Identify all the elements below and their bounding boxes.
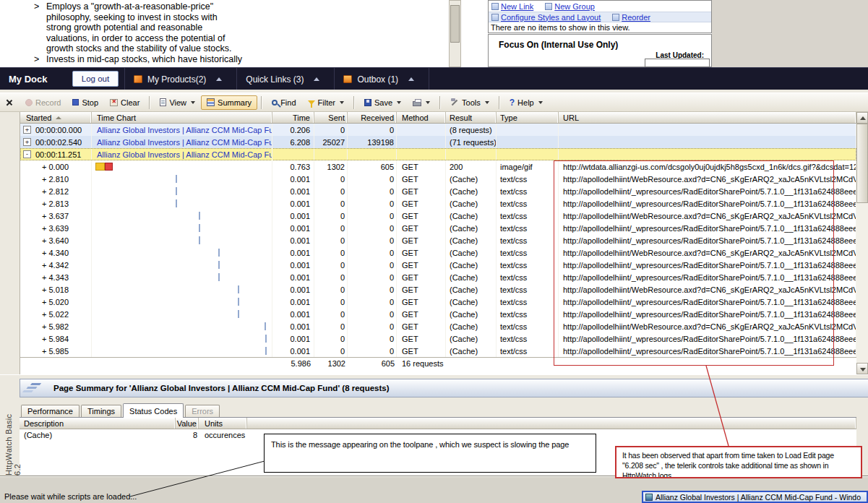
cell-started: + 5.984 [20,332,92,345]
timing-tick [238,310,239,318]
stop-button[interactable]: Stop [66,95,104,110]
column-header-units[interactable]: Units [199,418,247,429]
configure-icon [491,14,499,21]
close-icon[interactable] [4,98,14,108]
request-row[interactable]: + 2.8120.00100GET(Cache)text/csshttp://a… [20,185,856,197]
httpwatch-pane: RecordStopClearViewSummaryFindFilterSave… [0,90,868,476]
cell-url: http://apollodelhiint/WebResource.axd?d=… [559,173,856,185]
cell-time [272,148,314,160]
logout-button[interactable]: Log out [72,71,119,87]
column-header-sent[interactable]: Sent [314,112,348,123]
view-button[interactable]: View [154,95,201,110]
timing-tick [199,236,200,244]
page-row[interactable]: +00:00:00.000Allianz Global Investors | … [20,124,856,136]
column-header-time[interactable]: Time [272,112,314,123]
cell-sent: 0 [314,197,348,210]
filter-button[interactable]: Filter [302,95,350,110]
cell-method [397,136,446,148]
cell-result: (Cache) [446,308,497,320]
expand-icon[interactable]: + [23,138,31,146]
request-row[interactable]: + 0.0000.7631302605GET200image/gifhttp:/… [20,160,856,173]
request-row[interactable]: + 5.0200.00100GET(Cache)text/csshttp://a… [20,296,856,308]
cell-sent: 0 [314,332,348,345]
tab-timings[interactable]: Timings [81,405,121,417]
cell-received: 0 [348,222,397,234]
cell-sent: 0 [314,271,348,283]
cell-result: (Cache) [446,246,497,259]
dock-tab-quick-links-3[interactable]: Quick Links (3) [237,68,334,90]
request-row[interactable]: + 5.9850.00100GET(Cache)text/csshttp://a… [20,345,856,357]
column-header-type[interactable]: Type [497,112,559,123]
request-row[interactable]: + 5.9840.00100GET(Cache)text/csshttp://a… [20,332,856,345]
request-row[interactable]: + 3.6390.00100GET(Cache)text/csshttp://a… [20,222,856,234]
dropdown-arrow-icon [426,101,430,104]
timing-tick [218,249,220,257]
cell-started [20,358,92,369]
cell-received: 0 [348,296,397,308]
request-row[interactable]: + 4.3420.00100GET(Cache)text/csshttp://a… [20,259,856,271]
request-row[interactable]: + 5.0180.00100GET(Cache)text/csshttp://a… [20,283,856,296]
tools-button[interactable]: Tools [444,95,495,110]
webpart-link-configure-styles-and-layout[interactable]: Configure Styles and Layout [491,13,601,22]
tab-performance[interactable]: Performance [21,405,80,417]
find-button[interactable]: Find [266,95,301,110]
column-header-method[interactable]: Method [397,112,446,123]
cell-url [559,124,856,136]
summary-button[interactable]: Summary [201,95,257,110]
taskbar-window-fragment[interactable]: Allianz Global Investors | Allianz CCM M… [642,491,868,503]
print-button[interactable] [407,96,436,109]
page-row[interactable]: +00:00:02.540Allianz Global Investors | … [20,136,856,148]
bullet-item: >Invests in mid-cap stocks, which have h… [34,54,439,65]
column-header-started[interactable]: Started [20,112,92,123]
menu-up-arrow-icon [314,77,319,81]
cell-url: http://apollodelhiint/WebResource.axd?d=… [559,210,856,222]
request-row[interactable]: + 4.3400.00100GET(Cache)text/csshttp://a… [20,246,856,259]
expand-icon[interactable]: + [23,126,31,134]
request-row[interactable]: + 5.0220.00100GET(Cache)text/csshttp://a… [20,308,856,320]
webpart-link-reorder[interactable]: Reorder [612,13,650,22]
column-header-received[interactable]: Received [348,112,397,123]
cell-time-chart [92,210,272,222]
timing-tick [176,199,177,207]
clear-button[interactable]: Clear [104,95,145,110]
browser-top-strip: >Employs a "growth-at-a-reasonable-price… [0,0,868,67]
last-updated-field[interactable] [645,59,710,67]
scrollbar-thumb[interactable] [450,5,460,43]
request-row[interactable]: + 5.9820.00100GET(Cache)text/csshttp://a… [20,320,856,332]
request-row[interactable]: + 3.6370.00100GET(Cache)text/csshttp://a… [20,210,856,222]
grid-scrollbar[interactable] [856,112,868,374]
column-header-value[interactable]: Value [176,418,199,429]
cell-sent: 0 [314,345,348,357]
save-button[interactable]: Save [358,95,407,110]
scroll-up-icon[interactable] [856,112,868,124]
cell-result: (Cache) [446,222,497,234]
dock-tab-outbox-1[interactable]: Outbox (1) [335,68,429,90]
dock-tabs: My Products(2)Quick Links (3)Outbox (1) [124,68,429,90]
cell-method [397,148,446,160]
cell-started: + 3.640 [20,234,92,246]
totals-sent: 1302 [314,358,348,369]
tab-status-codes[interactable]: Status Codes [123,403,184,418]
cell-units: occurences [199,429,247,441]
page-row[interactable]: -00:00:11.251Allianz Global Investors | … [20,148,856,160]
column-header-description[interactable]: Description [20,418,176,429]
cell-url [559,136,856,148]
column-header-result[interactable]: Result [446,112,497,123]
column-header-time-chart[interactable]: Time Chart [92,112,272,123]
cell-time: 6.208 [272,136,314,148]
column-header-url[interactable]: URL [559,112,856,123]
request-row[interactable]: + 3.6400.00100GET(Cache)text/csshttp://a… [20,234,856,246]
request-row[interactable]: + 2.8130.00100GET(Cache)text/csshttp://a… [20,197,856,210]
help-button[interactable]: ?Help [504,95,549,110]
dock-tab-my-products-2[interactable]: My Products(2) [125,68,236,90]
content-scrollbar[interactable] [449,0,461,67]
request-row[interactable]: + 2.8100.00100GET(Cache)text/csshttp://a… [20,173,856,185]
page-summary-bar: Page Summary for 'Allianz Global Investo… [20,379,868,397]
cell-url: http://apollodelhiint/_wpresources/RadEd… [559,234,856,246]
webpart-link-new-link[interactable]: New Link [491,2,533,11]
collapse-icon[interactable]: - [23,150,31,158]
scroll-down-icon[interactable] [856,363,868,374]
request-row[interactable]: + 4.3430.00100GET(Cache)text/csshttp://a… [20,271,856,283]
scrollbar-thumb[interactable] [856,124,868,203]
webpart-link-new-group[interactable]: New Group [545,2,595,11]
